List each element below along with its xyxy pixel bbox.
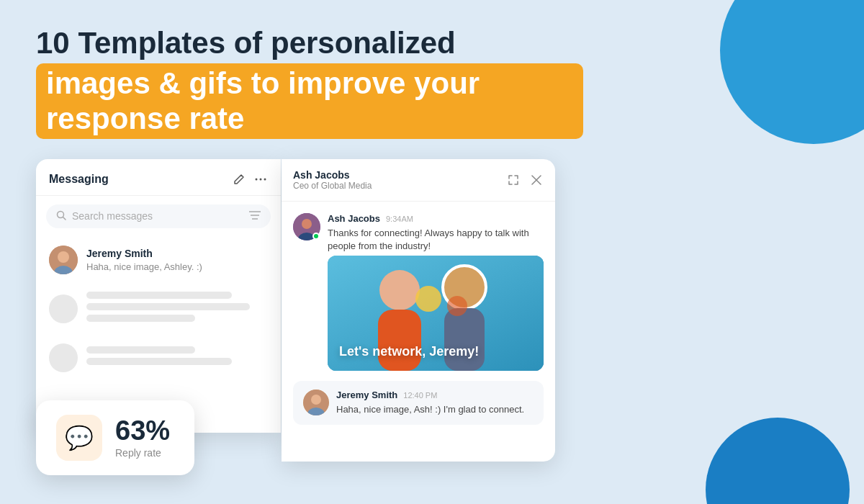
jeremy-avatar bbox=[49, 246, 78, 274]
skeleton-line-5 bbox=[86, 358, 232, 365]
skeleton-item-1 bbox=[36, 283, 281, 335]
reply-rate-icon: 💬 bbox=[56, 415, 102, 461]
messaging-panel: Messaging bbox=[36, 159, 281, 433]
svg-point-9 bbox=[58, 251, 69, 263]
message-ash: Ash Jacobs 9:34AM Thanks for connecting!… bbox=[293, 213, 544, 371]
ash-message-meta: Ash Jacobs 9:34AM bbox=[328, 213, 544, 224]
ash-sender-name: Ash Jacobs bbox=[328, 213, 380, 224]
chat-bubble-icon: 💬 bbox=[65, 424, 94, 451]
close-icon[interactable] bbox=[529, 173, 544, 187]
filter-icon[interactable] bbox=[249, 210, 261, 222]
message-jeremy-reply: Jeremy Smith 12:40 PM Haha, nice image, … bbox=[293, 381, 544, 425]
jeremy-reply-meta: Jeremy Smith 12:40 PM bbox=[336, 390, 534, 400]
svg-point-17 bbox=[379, 270, 420, 310]
contact-item-jeremy[interactable]: Jeremy Smith Haha, nice image, Ashley. :… bbox=[36, 237, 281, 283]
jeremy-contact-info: Jeremy Smith Haha, nice image, Ashley. :… bbox=[86, 248, 268, 272]
svg-point-24 bbox=[311, 395, 321, 405]
jeremy-reply-avatar bbox=[303, 390, 329, 415]
jeremy-name: Jeremy Smith bbox=[86, 248, 268, 259]
jeremy-reply-content: Jeremy Smith 12:40 PM Haha, nice image, … bbox=[336, 390, 534, 416]
reply-rate-info: 63% Reply rate bbox=[115, 417, 170, 459]
chat-contact-info: Ash Jacobs Ceo of Global Media bbox=[293, 169, 372, 191]
svg-point-0 bbox=[256, 178, 258, 180]
ash-message-time: 9:34AM bbox=[386, 215, 413, 223]
svg-point-21 bbox=[415, 286, 441, 312]
svg-rect-20 bbox=[444, 308, 485, 371]
network-image-card: Let's network, Jeremy! bbox=[328, 256, 544, 371]
online-indicator bbox=[312, 233, 320, 240]
headline-line1: 10 Templates of personalized bbox=[36, 26, 583, 60]
skeleton-line-4 bbox=[86, 346, 195, 354]
network-image-text: Let's network, Jeremy! bbox=[339, 344, 479, 359]
search-placeholder: Search messages bbox=[72, 210, 243, 222]
chat-contact-title: Ceo of Global Media bbox=[293, 181, 372, 191]
ash-message-avatar bbox=[293, 213, 320, 240]
chat-header-icons bbox=[506, 173, 544, 187]
skeleton-content-2 bbox=[86, 346, 268, 369]
chat-header: Ash Jacobs Ceo of Global Media bbox=[282, 159, 555, 202]
skeleton-line-3 bbox=[86, 315, 195, 322]
headline: 10 Templates of personalized images & gi… bbox=[36, 26, 583, 139]
skeleton-content-1 bbox=[86, 292, 268, 326]
skeleton-item-2 bbox=[36, 335, 281, 381]
more-options-icon[interactable] bbox=[253, 172, 268, 186]
search-bar[interactable]: Search messages bbox=[46, 204, 271, 228]
svg-point-2 bbox=[264, 178, 266, 180]
svg-point-1 bbox=[260, 178, 262, 180]
jeremy-reply-name: Jeremy Smith bbox=[336, 390, 397, 400]
svg-point-22 bbox=[447, 296, 467, 316]
compose-icon[interactable] bbox=[232, 172, 246, 186]
skeleton-avatar-2 bbox=[49, 343, 78, 372]
ash-message-text: Thanks for connecting! Always happy to t… bbox=[328, 227, 544, 253]
messaging-icons bbox=[232, 172, 268, 186]
reply-rate-label: Reply rate bbox=[115, 447, 170, 459]
chat-contact-name: Ash Jacobs bbox=[293, 169, 372, 181]
headline-line2: images & gifs to improve your response r… bbox=[46, 66, 480, 135]
ash-message-content: Ash Jacobs 9:34AM Thanks for connecting!… bbox=[328, 213, 544, 371]
search-icon bbox=[56, 210, 66, 222]
chat-panel: Ash Jacobs Ceo of Global Media bbox=[282, 159, 555, 462]
skeleton-avatar-1 bbox=[49, 294, 78, 323]
headline-highlight: images & gifs to improve your response r… bbox=[36, 63, 583, 139]
svg-rect-18 bbox=[378, 310, 421, 371]
svg-point-14 bbox=[302, 219, 312, 229]
messaging-title: Messaging bbox=[49, 173, 109, 186]
jeremy-reply-text: Haha, nice image, Ash! :) I'm glad to co… bbox=[336, 403, 534, 416]
svg-line-4 bbox=[63, 217, 66, 220]
reply-rate-percent: 63% bbox=[115, 417, 170, 444]
messaging-header: Messaging bbox=[36, 159, 281, 196]
expand-icon[interactable] bbox=[506, 173, 521, 187]
reply-rate-card: 💬 63% Reply rate bbox=[36, 400, 194, 475]
chat-body: Ash Jacobs 9:34AM Thanks for connecting!… bbox=[282, 202, 555, 437]
jeremy-reply-time: 12:40 PM bbox=[403, 391, 437, 400]
jeremy-preview: Haha, nice image, Ashley. :) bbox=[86, 261, 268, 272]
skeleton-line-2 bbox=[86, 303, 250, 310]
skeleton-line-1 bbox=[86, 292, 232, 299]
